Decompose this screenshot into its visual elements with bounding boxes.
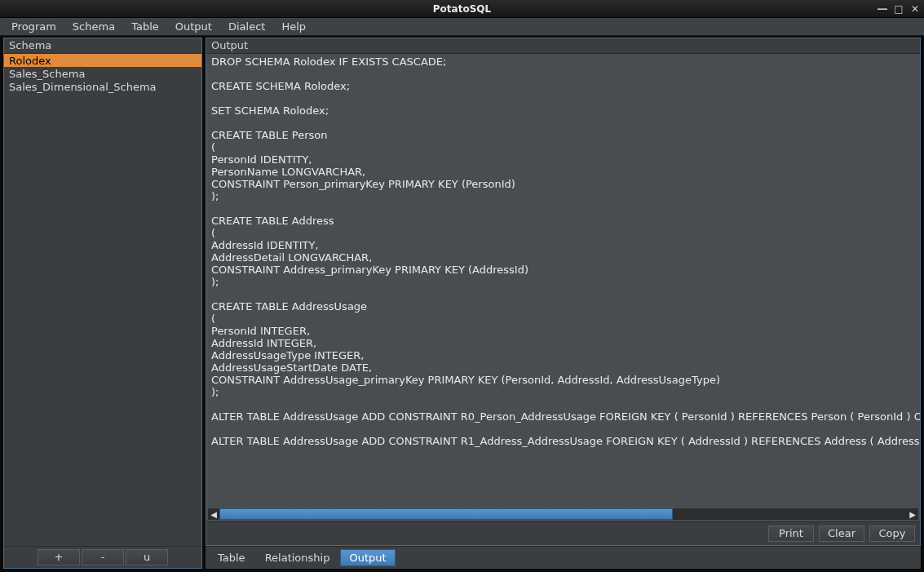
tab-table[interactable]: Table: [209, 549, 254, 566]
content-area: Schema Rolodex Sales_Schema Sales_Dimens…: [0, 36, 924, 572]
output-text[interactable]: DROP SCHEMA Rolodex IF EXISTS CASCADE; C…: [206, 54, 920, 507]
minimize-icon[interactable]: ―: [877, 3, 888, 15]
schema-panel: Schema Rolodex Sales_Schema Sales_Dimens…: [3, 38, 202, 569]
main-pane: Output DROP SCHEMA Rolodex IF EXISTS CAS…: [206, 38, 921, 569]
schema-item-rolodex[interactable]: Rolodex: [4, 54, 201, 67]
output-actions: Print Clear Copy: [206, 521, 920, 545]
schema-buttons: + - u: [4, 546, 201, 568]
scroll-right-icon[interactable]: ▶: [907, 508, 918, 520]
menu-table[interactable]: Table: [123, 19, 167, 34]
scroll-track[interactable]: [219, 508, 907, 520]
schema-panel-header: Schema: [4, 38, 201, 54]
menu-dialect[interactable]: Dialect: [220, 19, 273, 34]
print-button[interactable]: Print: [768, 525, 814, 542]
menu-output[interactable]: Output: [167, 19, 220, 34]
tab-relationship[interactable]: Relationship: [256, 549, 339, 566]
add-schema-button[interactable]: +: [38, 549, 80, 565]
app-window: PotatoSQL ― □ ✕ Program Schema Table Out…: [0, 0, 924, 572]
menu-program[interactable]: Program: [3, 19, 64, 34]
maximize-icon[interactable]: □: [893, 3, 904, 15]
output-panel: Output DROP SCHEMA Rolodex IF EXISTS CAS…: [206, 38, 921, 546]
output-hscrollbar[interactable]: ◀ ▶: [208, 508, 918, 520]
tab-output[interactable]: Output: [340, 549, 395, 566]
titlebar[interactable]: PotatoSQL ― □ ✕: [0, 0, 924, 18]
copy-button[interactable]: Copy: [869, 525, 915, 542]
scroll-thumb[interactable]: [219, 508, 673, 520]
update-schema-button[interactable]: u: [126, 549, 168, 565]
schema-item-sales-dimensional-schema[interactable]: Sales_Dimensional_Schema: [4, 80, 201, 93]
window-title: PotatoSQL: [433, 3, 491, 15]
window-controls: ― □ ✕: [877, 0, 921, 18]
output-body: DROP SCHEMA Rolodex IF EXISTS CASCADE; C…: [206, 54, 920, 521]
menu-schema[interactable]: Schema: [64, 19, 123, 34]
remove-schema-button[interactable]: -: [82, 549, 124, 565]
sidebar: Schema Rolodex Sales_Schema Sales_Dimens…: [3, 38, 202, 569]
menubar: Program Schema Table Output Dialect Help: [0, 18, 924, 36]
close-icon[interactable]: ✕: [909, 3, 921, 15]
scroll-left-icon[interactable]: ◀: [208, 508, 219, 520]
schema-item-sales-schema[interactable]: Sales_Schema: [4, 67, 201, 80]
clear-button[interactable]: Clear: [819, 525, 864, 542]
menu-help[interactable]: Help: [273, 19, 314, 34]
bottom-tabbar: Table Relationship Output: [206, 546, 921, 569]
schema-list[interactable]: Rolodex Sales_Schema Sales_Dimensional_S…: [4, 54, 201, 546]
output-panel-header: Output: [206, 38, 920, 54]
